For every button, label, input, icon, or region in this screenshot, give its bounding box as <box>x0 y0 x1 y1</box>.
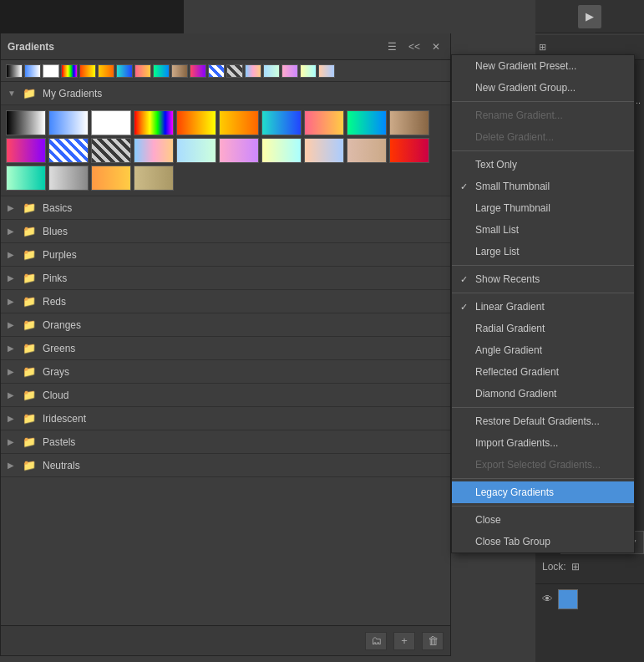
swatch-2[interactable] <box>24 64 41 78</box>
menu-label-large-thumbnail: Large Thumbnail <box>475 202 550 214</box>
thumb-12[interactable] <box>48 138 89 163</box>
thumb-8[interactable] <box>304 110 344 135</box>
menu-item-small-list[interactable]: Small List <box>452 219 634 241</box>
group-header-neutrals[interactable]: ▶ 📁 Neutrals <box>1 454 450 477</box>
swatch-4[interactable] <box>61 64 78 78</box>
menu-label-export-gradients: Export Selected Gradients... <box>475 459 601 471</box>
group-header-blues[interactable]: ▶ 📁 Blues <box>1 220 450 243</box>
thumb-14[interactable] <box>134 138 174 163</box>
play-button[interactable]: ▶ <box>578 5 601 28</box>
group-arrow-basics: ▶ <box>8 203 16 212</box>
group-header-cloud[interactable]: ▶ 📁 Cloud <box>1 384 450 407</box>
menu-item-reflected-gradient[interactable]: Reflected Gradient <box>452 361 634 383</box>
menu-item-new-gradient-group[interactable]: New Gradient Group... <box>452 77 634 99</box>
thumb-15[interactable] <box>176 138 216 163</box>
delete-gradient-button[interactable]: 🗑 <box>422 632 444 650</box>
swatch-15[interactable] <box>263 64 280 78</box>
group-header-purples[interactable]: ▶ 📁 Purples <box>1 243 450 267</box>
swatch-12[interactable] <box>208 64 225 78</box>
lock-icons: ⊞ <box>571 561 580 573</box>
thumb-5[interactable] <box>176 110 216 135</box>
menu-item-export-gradients[interactable]: Export Selected Gradients... <box>452 454 634 476</box>
group-arrow-blues: ▶ <box>8 227 16 236</box>
swatch-7[interactable] <box>116 64 133 78</box>
thumb-18[interactable] <box>304 138 344 163</box>
swatch-8[interactable] <box>134 64 151 78</box>
menu-label-close: Close <box>475 514 501 526</box>
swatch-5[interactable] <box>79 64 96 78</box>
group-header-my-gradients[interactable]: ▼ 📁 My Gradients <box>1 82 450 105</box>
thumb-21[interactable] <box>6 166 46 191</box>
menu-separator-5 <box>452 407 634 408</box>
swatch-13[interactable] <box>226 64 243 78</box>
panel-controls: ☰ << ✕ <box>384 39 444 54</box>
add-gradient-button[interactable]: + <box>393 632 415 650</box>
menu-item-small-thumbnail[interactable]: ✓ Small Thumbnail <box>452 176 634 197</box>
thumb-2[interactable] <box>48 110 89 135</box>
thumb-13[interactable] <box>91 138 131 163</box>
menu-item-linear-gradient[interactable]: ✓ Linear Gradient <box>452 296 634 318</box>
menu-item-large-thumbnail[interactable]: Large Thumbnail <box>452 197 634 219</box>
thumb-10[interactable] <box>389 110 429 135</box>
thumb-11[interactable] <box>6 138 46 163</box>
swatch-14[interactable] <box>245 64 261 78</box>
panel-collapse-button[interactable]: << <box>405 39 423 54</box>
menu-item-new-gradient-preset[interactable]: New Gradient Preset... <box>452 55 634 77</box>
menu-item-legacy-gradients[interactable]: Legacy Gradients <box>452 481 634 503</box>
swatch-6[interactable] <box>98 64 114 78</box>
thumb-22[interactable] <box>48 166 89 191</box>
lock-transparent-icon[interactable]: ⊞ <box>571 561 580 573</box>
thumb-1[interactable] <box>6 110 46 135</box>
menu-item-radial-gradient[interactable]: Radial Gradient <box>452 318 634 339</box>
thumb-7[interactable] <box>261 110 302 135</box>
group-header-oranges[interactable]: ▶ 📁 Oranges <box>1 313 450 337</box>
menu-item-text-only[interactable]: Text Only <box>452 154 634 176</box>
group-header-pastels[interactable]: ▶ 📁 Pastels <box>1 430 450 454</box>
thumb-16[interactable] <box>219 138 259 163</box>
group-header-grays[interactable]: ▶ 📁 Grays <box>1 360 450 384</box>
group-name-blues: Blues <box>43 226 68 237</box>
menu-label-new-gradient-group: New Gradient Group... <box>475 82 576 94</box>
swatch-9[interactable] <box>153 64 170 78</box>
thumb-6[interactable] <box>219 110 259 135</box>
swatch-16[interactable] <box>281 64 298 78</box>
menu-item-import-gradients[interactable]: Import Gradients... <box>452 432 634 454</box>
group-header-basics[interactable]: ▶ 📁 Basics <box>1 196 450 220</box>
menu-item-close-tab-group[interactable]: Close Tab Group <box>452 531 634 553</box>
thumb-9[interactable] <box>347 110 387 135</box>
menu-item-delete-gradient[interactable]: Delete Gradient... <box>452 126 634 148</box>
thumb-19[interactable] <box>347 138 387 163</box>
thumb-24[interactable] <box>134 166 174 191</box>
group-header-reds[interactable]: ▶ 📁 Reds <box>1 290 450 313</box>
panel-menu-button[interactable]: ☰ <box>384 39 400 54</box>
group-header-greens[interactable]: ▶ 📁 Greens <box>1 337 450 360</box>
menu-item-diamond-gradient[interactable]: Diamond Gradient <box>452 383 634 405</box>
panel-scroll-area[interactable]: ▼ 📁 My Gradients <box>1 82 450 637</box>
eye-icon[interactable]: 👁 <box>542 593 553 605</box>
thumb-23[interactable] <box>91 166 131 191</box>
menu-item-show-recents[interactable]: ✓ Show Recents <box>452 268 634 290</box>
group-header-pinks[interactable]: ▶ 📁 Pinks <box>1 267 450 290</box>
menu-item-rename-gradient[interactable]: Rename Gradient... <box>452 104 634 126</box>
swatch-11[interactable] <box>190 64 206 78</box>
menu-item-angle-gradient[interactable]: Angle Gradient <box>452 339 634 361</box>
create-folder-button[interactable]: 🗂 <box>365 632 387 650</box>
group-header-iridescent[interactable]: ▶ 📁 Iridescent <box>1 407 450 430</box>
swatch-1[interactable] <box>6 64 23 78</box>
menu-item-restore-default[interactable]: Restore Default Gradients... <box>452 410 634 432</box>
swatch-10[interactable] <box>171 64 188 78</box>
panel-footer: 🗂 + 🗑 <box>1 625 450 655</box>
group-arrow-iridescent: ▶ <box>8 414 16 423</box>
thumb-20[interactable] <box>389 138 429 163</box>
menu-item-close[interactable]: Close <box>452 509 634 531</box>
panel-close-button[interactable]: ✕ <box>428 39 444 54</box>
thumb-17[interactable] <box>261 138 302 163</box>
swatch-3[interactable] <box>43 64 59 78</box>
thumb-4[interactable] <box>134 110 174 135</box>
swatch-17[interactable] <box>300 64 317 78</box>
menu-label-angle-gradient: Angle Gradient <box>475 344 542 356</box>
menu-item-large-list[interactable]: Large List <box>452 241 634 262</box>
swatch-18[interactable] <box>318 64 335 78</box>
thumb-3[interactable] <box>91 110 131 135</box>
layer-thumbnail[interactable] <box>558 589 578 609</box>
